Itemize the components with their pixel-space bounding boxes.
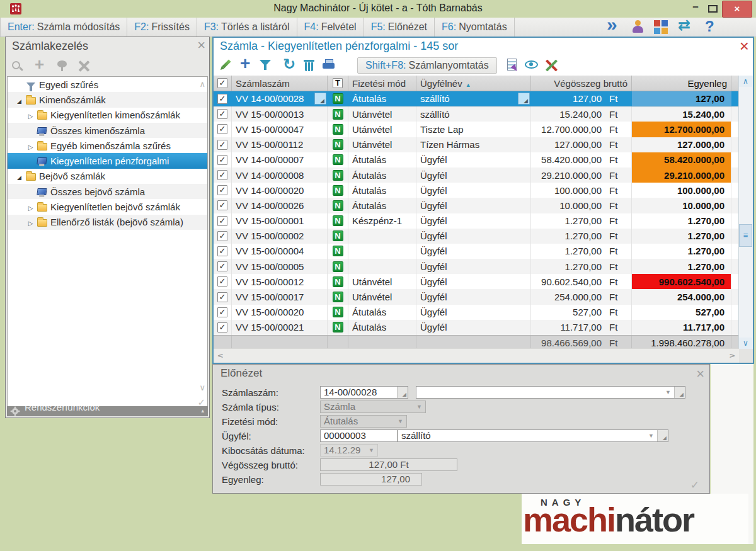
close-button[interactable]: ×: [722, 1, 752, 18]
table-row[interactable]: VV 15-00/00047NUtánvételTiszte Lap12.700…: [214, 122, 738, 137]
cell-dropdown-icon[interactable]: [314, 93, 326, 105]
dropdown-arrow-icon[interactable]: [366, 445, 377, 456]
row-checkbox[interactable]: [217, 140, 227, 150]
scroll-up-icon[interactable]: ∧: [739, 76, 752, 87]
table-row[interactable]: VV 15-00/00021NÁtutalásÜgyfél11.717,00Ft…: [214, 320, 738, 335]
expander-closed-icon[interactable]: [25, 110, 36, 120]
fizetesi-mod-cell[interactable]: Készpénz-1: [348, 213, 416, 229]
table-row[interactable]: VV 15-00/00004NÜgyfél1.270,00Ft1.270,00: [214, 244, 738, 259]
scroll-down-icon[interactable]: ∨: [739, 338, 752, 349]
ugyfelnev-cell[interactable]: Ügyfél: [416, 168, 531, 183]
szamlaszam-cell[interactable]: VV 14-00/00007: [232, 152, 328, 168]
row-checkbox[interactable]: [217, 124, 227, 134]
szamlaszam-cell[interactable]: VV 15-00/00001: [232, 213, 328, 229]
row-checkbox[interactable]: [217, 155, 227, 165]
fizetesi-mod-cell[interactable]: Átutalás: [348, 91, 416, 106]
szamlaszam-name-combo[interactable]: [416, 386, 685, 399]
table-row[interactable]: VV 15-00/00002NÜgyfél1.270,00Ft1.270,00: [214, 229, 738, 244]
ugyfelnev-cell[interactable]: Ügyfél: [416, 229, 531, 244]
fizetesi-mod-cell[interactable]: Átutalás: [348, 152, 416, 168]
expander-open-icon[interactable]: [14, 171, 25, 181]
tree-item[interactable]: Bejövő számlák: [8, 169, 207, 184]
tools-icon[interactable]: [77, 59, 92, 74]
filter-icon[interactable]: [258, 57, 274, 74]
tree-item[interactable]: Egyéb kimenőszámla szűrés: [8, 138, 207, 153]
ugyfelnev-cell[interactable]: Ügyfél: [416, 320, 531, 335]
table-row[interactable]: VV 14-00/00020NÁtutalásÜgyfél100.000,00F…: [214, 183, 738, 198]
minimize-button[interactable]: –: [687, 0, 704, 16]
tree-scroll-down-icon[interactable]: ∨: [199, 383, 205, 392]
row-checkbox[interactable]: [217, 261, 227, 271]
fizetesi-mod-cell[interactable]: Utánvétel: [348, 106, 416, 122]
tools-off-icon[interactable]: [544, 57, 560, 74]
add-icon[interactable]: [33, 59, 48, 74]
fizetesi-mod-cell[interactable]: Átutalás: [348, 198, 416, 213]
szamlaszam-cell[interactable]: VV 14-00/00026: [232, 198, 328, 213]
header-egyenleg[interactable]: Egyenleg: [632, 76, 731, 91]
szamlaszam-cell[interactable]: VV 15-00/00021: [232, 320, 328, 335]
table-row[interactable]: VV 15-00/00017NUtánvételÜgyfél254.000,00…: [214, 289, 738, 304]
report-picker-icon[interactable]: [505, 57, 521, 74]
szamlaszam-input[interactable]: 14-00/00028: [320, 386, 408, 399]
tree-item[interactable]: Kiegyenlítetlen pénzforgalmi: [8, 153, 207, 168]
function-button[interactable]: F2Frissítés: [127, 18, 197, 37]
function-button[interactable]: F6Nyomtatás: [435, 18, 515, 37]
sidebar-close-icon[interactable]: ×: [197, 38, 205, 52]
fizetesi-mod-cell[interactable]: [348, 229, 416, 244]
delete-icon[interactable]: [301, 57, 318, 74]
app-grid-icon[interactable]: [654, 20, 669, 35]
ugyfelnev-cell[interactable]: Ügyfél: [416, 198, 531, 213]
fizetesi-mod-cell[interactable]: [348, 259, 416, 274]
row-checkbox[interactable]: [217, 246, 227, 256]
scrollbar-thumb[interactable]: ≡: [739, 224, 752, 247]
table-row[interactable]: VV 15-00/00012NUtánvételÜgyfél90.602.540…: [214, 274, 738, 289]
ugyfelnev-cell[interactable]: Ügyfél: [416, 244, 531, 259]
ugyfelnev-cell[interactable]: szállító: [416, 91, 531, 106]
tree-item[interactable]: Egyedi szűrés: [8, 77, 207, 92]
dropdown-arrow-icon[interactable]: [395, 416, 406, 427]
header-vegosszeg[interactable]: Végösszeg bruttó: [531, 76, 632, 91]
szamlaszam-cell[interactable]: VV 14-00/00028: [232, 91, 328, 106]
tree-item[interactable]: Összes bejövő számla: [8, 184, 207, 199]
ugyfelnev-cell[interactable]: Tiszte Lap: [416, 122, 531, 137]
ugyfel-name-combo[interactable]: szállító: [398, 429, 668, 442]
tree-item[interactable]: Kiegyenlítetlen bejövő számlák: [8, 199, 207, 214]
fizetesi-mod-cell[interactable]: Átutalás: [348, 183, 416, 198]
szamlaszam-cell[interactable]: VV 15-00/00020: [232, 305, 328, 320]
user-icon[interactable]: [630, 20, 645, 35]
tree-item[interactable]: Összes kimenőszámla: [8, 123, 207, 138]
ugyfelnev-cell[interactable]: Ügyfél: [416, 213, 531, 229]
ugyfelnev-cell[interactable]: Ügyfél: [416, 305, 531, 320]
szamlaszam-cell[interactable]: VV 15-00/00005: [232, 259, 328, 274]
fizetesi-mod-cell[interactable]: Utánvétel: [348, 137, 416, 152]
row-checkbox[interactable]: [217, 170, 227, 180]
scroll-left-icon[interactable]: ∨: [215, 350, 226, 361]
row-checkbox[interactable]: [217, 292, 227, 302]
header-szamlaszam[interactable]: Számlaszám: [232, 76, 328, 91]
tree-item[interactable]: Kimenőszámlák: [8, 92, 207, 107]
ugyfelnev-cell[interactable]: Ügyfél: [416, 274, 531, 289]
szamlaszam-cell[interactable]: VV 15-00/00004: [232, 244, 328, 259]
fizetesi-mod-cell[interactable]: Átutalás: [348, 320, 416, 335]
fizetesi-mod-cell[interactable]: Átutalás: [348, 305, 416, 320]
table-row[interactable]: VV 15-00/00013NUtánvételszállító15.240,0…: [214, 106, 738, 122]
row-checkbox[interactable]: [217, 109, 227, 119]
preview-close-icon[interactable]: ×: [696, 366, 704, 382]
fizetesi-mod-cell[interactable]: Utánvétel: [348, 122, 416, 137]
dropdown-arrow-icon[interactable]: [414, 401, 425, 412]
sidebar-bottom-bar[interactable]: Rendszerfunkciók ▴: [7, 406, 208, 416]
row-checkbox[interactable]: [217, 307, 227, 317]
expander-closed-icon[interactable]: [25, 202, 36, 212]
tree-scroll-up-icon[interactable]: ∧: [199, 79, 205, 89]
header-checkbox[interactable]: [217, 78, 227, 88]
search-icon[interactable]: [11, 59, 26, 74]
row-checkbox[interactable]: [217, 231, 227, 241]
table-row[interactable]: VV 15-00/00001NKészpénz-1Ügyfél1.270,00F…: [214, 213, 738, 229]
fizetesi-mod-cell[interactable]: Utánvétel: [348, 289, 416, 304]
eye-icon[interactable]: [524, 57, 541, 74]
ugyfel-code-input[interactable]: 00000003: [320, 429, 408, 442]
row-checkbox[interactable]: [217, 200, 227, 210]
table-row[interactable]: VV 14-00/00028NÁtutalásszállító127,00Ft1…: [214, 91, 738, 106]
refresh-icon[interactable]: [282, 57, 298, 74]
ugyfelnev-cell[interactable]: szállító: [416, 106, 531, 122]
